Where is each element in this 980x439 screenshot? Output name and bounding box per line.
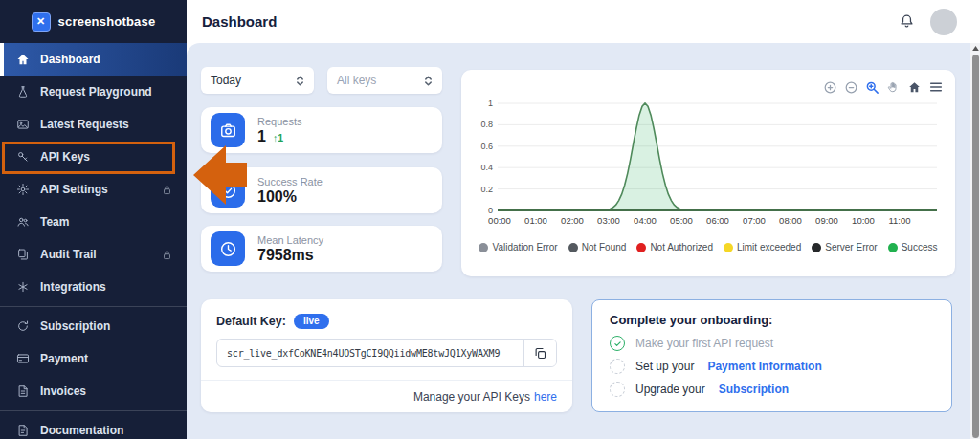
vertical-scrollbar xyxy=(970,43,980,439)
legend-item-limit-exceeded[interactable]: Limit exceeded xyxy=(724,242,801,252)
stat-card-requests: Requests1↑1 xyxy=(201,107,442,153)
copy-key-button[interactable] xyxy=(523,340,556,366)
onboarding-item-link[interactable]: Subscription xyxy=(719,383,789,396)
onboarding-item-text: Set up your xyxy=(635,360,694,373)
menu-icon[interactable] xyxy=(928,79,944,95)
notifications-bell-icon[interactable] xyxy=(898,12,916,31)
legend-item-not-authorized[interactable]: Not Authorized xyxy=(636,242,713,252)
onboarding-title: Complete your onboarding: xyxy=(610,313,934,327)
app-window: ✕ screenshotbase DashboardRequest Playgr… xyxy=(0,0,980,439)
onboarding-item-make-your-first-api-request: Make your first API request xyxy=(610,336,934,351)
legend-label: Validation Error xyxy=(492,242,557,252)
legend-dot xyxy=(724,243,733,252)
check-icon xyxy=(211,173,245,208)
svg-text:1: 1 xyxy=(488,99,493,108)
scrollbar-up-arrow[interactable] xyxy=(970,43,980,54)
stat-card-success-rate: Success Rate100% xyxy=(201,167,442,213)
sidebar-item-integrations[interactable]: Integrations xyxy=(0,271,187,303)
time-range-value: Today xyxy=(211,74,241,87)
stat-value: 100% xyxy=(257,188,323,206)
box-zoom-icon[interactable] xyxy=(865,80,880,95)
live-badge: live xyxy=(294,314,329,329)
reset-home-icon[interactable] xyxy=(907,80,922,95)
manage-keys-link[interactable]: here xyxy=(534,390,557,404)
svg-text:0: 0 xyxy=(488,206,493,215)
scrollbar-thumb[interactable] xyxy=(972,55,979,438)
sidebar-item-dashboard[interactable]: Dashboard xyxy=(0,43,187,76)
zoom-in-icon[interactable] xyxy=(823,80,837,95)
time-range-select[interactable]: Today xyxy=(201,67,314,94)
zoom-out-icon[interactable] xyxy=(844,80,858,95)
sidebar-item-subscription[interactable]: Subscription xyxy=(0,310,187,342)
pending-circle-icon xyxy=(610,382,625,397)
onboarding-item-link[interactable]: Payment Information xyxy=(707,360,821,373)
sidebar-item-request-playground[interactable]: Request Playground xyxy=(0,76,187,108)
legend-label: Success xyxy=(902,242,938,252)
sidebar-item-label: Audit Trail xyxy=(40,248,97,261)
sidebar-item-label: Latest Requests xyxy=(40,118,129,131)
svg-text:09:00: 09:00 xyxy=(815,215,838,226)
sidebar-item-label: Documentation xyxy=(40,424,123,437)
key-icon xyxy=(16,150,30,164)
docs-icon xyxy=(16,424,30,437)
home-icon xyxy=(16,53,30,66)
brand-logo-icon: ✕ xyxy=(32,12,51,32)
legend-label: Limit exceeded xyxy=(737,242,801,252)
sidebar-item-team[interactable]: Team xyxy=(0,206,187,238)
refresh-icon xyxy=(16,319,30,333)
svg-text:06:00: 06:00 xyxy=(706,215,729,226)
sidebar-item-invoices[interactable]: Invoices xyxy=(0,375,187,407)
onboarding-item-text: Upgrade your xyxy=(635,383,705,396)
sidebar-item-payment[interactable]: Payment xyxy=(0,342,187,375)
invoice-icon xyxy=(16,384,30,398)
legend-label: Server Error xyxy=(825,242,877,252)
flask-icon xyxy=(16,85,30,99)
legend-dot xyxy=(568,243,578,252)
svg-text:04:00: 04:00 xyxy=(634,215,657,226)
key-card-footer: Manage your API Keys here xyxy=(201,380,572,412)
gear-icon xyxy=(16,183,30,196)
api-key-value[interactable]: scr_live_dxfCoKNE4n4UOSTgCI9QQiidwME8twJ… xyxy=(217,340,523,366)
stat-delta: ↑1 xyxy=(273,132,283,143)
chevron-updown-icon xyxy=(296,75,304,87)
svg-text:05:00: 05:00 xyxy=(670,215,693,226)
sidebar-item-label: API Settings xyxy=(40,183,108,196)
onboarding-item-set-up-your-payment-information: Set up yourPayment Information xyxy=(610,359,934,374)
pending-circle-icon xyxy=(610,359,625,374)
pan-icon[interactable] xyxy=(886,80,901,95)
legend-item-not-found[interactable]: Not Found xyxy=(568,242,627,252)
key-filter-select[interactable]: All keys xyxy=(327,67,442,94)
api-key-field: scr_live_dxfCoKNE4n4UOSTgCI9QQiidwME8twJ… xyxy=(216,339,557,367)
legend-dot xyxy=(812,243,821,252)
camera-icon xyxy=(211,113,245,147)
legend-item-success[interactable]: Success xyxy=(888,242,938,252)
lock-icon xyxy=(161,184,173,196)
sidebar-item-documentation[interactable]: Documentation xyxy=(0,414,187,439)
sidebar-item-audit-trail[interactable]: Audit Trail xyxy=(0,238,187,271)
user-avatar[interactable] xyxy=(930,9,957,35)
default-key-label: Default Key: xyxy=(216,315,286,328)
default-key-card: Default Key: live scr_live_dxfCoKNE4n4UO… xyxy=(201,299,572,412)
svg-text:01:00: 01:00 xyxy=(524,215,547,226)
brand: ✕ screenshotbase xyxy=(0,0,187,43)
onboarding-card: Complete your onboarding: Make your firs… xyxy=(591,299,952,412)
topbar-actions xyxy=(898,9,957,35)
onboarding-item-upgrade-your-subscription: Upgrade yourSubscription xyxy=(610,382,934,397)
sidebar-item-label: Subscription xyxy=(40,319,110,333)
svg-text:03:00: 03:00 xyxy=(597,215,620,226)
sidebar-item-api-settings[interactable]: API Settings xyxy=(0,173,187,206)
pages-icon xyxy=(16,248,30,261)
sidebar-divider xyxy=(0,306,187,307)
svg-text:10:00: 10:00 xyxy=(852,215,875,226)
sidebar-item-api-keys[interactable]: API Keys xyxy=(0,141,187,173)
key-filter-value: All keys xyxy=(337,74,376,87)
legend-item-server-error[interactable]: Server Error xyxy=(812,242,877,252)
legend-item-validation-error[interactable]: Validation Error xyxy=(479,242,557,252)
svg-text:0.8: 0.8 xyxy=(480,120,493,129)
lock-icon xyxy=(161,249,173,261)
sidebar-item-latest-requests[interactable]: Latest Requests xyxy=(0,108,187,141)
onboarding-item-text: Make your first API request xyxy=(635,337,773,350)
stat-label: Requests xyxy=(257,116,301,127)
main-area: Dashboard Today xyxy=(187,0,980,439)
requests-chart-card: 00.20.40.60.8100:0001:0002:0003:0004:000… xyxy=(461,70,955,276)
